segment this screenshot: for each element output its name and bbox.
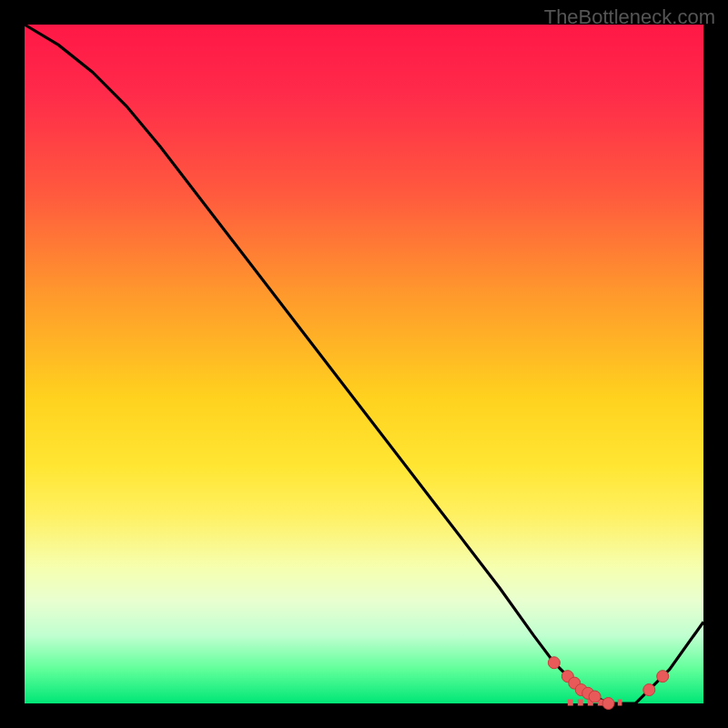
data-marker	[548, 657, 560, 669]
marker-group	[548, 657, 668, 710]
data-marker	[589, 691, 601, 703]
data-marker	[657, 671, 669, 682]
data-marker	[643, 684, 655, 696]
curve-path	[25, 25, 703, 703]
data-marker	[602, 698, 614, 710]
chart-svg	[25, 25, 703, 703]
plot-gradient-area	[25, 25, 703, 703]
watermark-text: TheBottleneck.com	[544, 5, 715, 29]
